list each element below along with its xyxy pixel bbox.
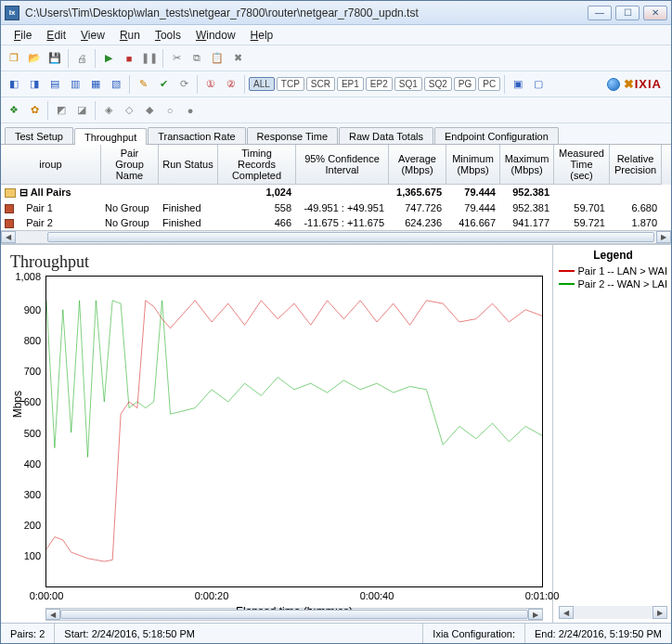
filter-pg[interactable]: PG: [454, 77, 476, 91]
col-prec[interactable]: Relative Precision: [610, 145, 662, 185]
menu-file[interactable]: File: [6, 27, 39, 44]
y-tick: 700: [11, 366, 41, 377]
legend-label: Pair 1 -- LAN > WAI: [578, 265, 667, 277]
tab-response-time[interactable]: Response Time: [247, 127, 338, 144]
run-icon[interactable]: ▶: [99, 49, 118, 68]
menu-edit[interactable]: Edit: [39, 27, 73, 44]
scroll-right-icon[interactable]: ▶: [656, 231, 671, 243]
tb2-icon-12[interactable]: ▣: [509, 75, 527, 94]
info-icon[interactable]: [607, 78, 620, 91]
legend-swatch: [559, 283, 575, 285]
new-icon[interactable]: ❐: [5, 49, 23, 68]
folder-icon: [5, 188, 16, 198]
tb2-icon-3[interactable]: ▤: [45, 75, 64, 94]
tab-test-setup[interactable]: Test Setup: [5, 127, 73, 144]
y-tick: 900: [11, 304, 41, 316]
grid-hscrollbar[interactable]: ◀ ▶: [1, 230, 671, 243]
copy-icon[interactable]: ⧉: [187, 49, 206, 68]
tb3-icon-5[interactable]: ◈: [99, 101, 118, 120]
tab-throughput[interactable]: Throughput: [74, 128, 147, 145]
menu-view[interactable]: View: [73, 27, 112, 44]
filter-scr[interactable]: SCR: [306, 77, 335, 91]
brand-logo: ✖IXIA: [624, 77, 662, 91]
tb2-icon-5[interactable]: ▦: [86, 75, 105, 94]
delete-icon[interactable]: ✖: [228, 49, 247, 68]
chart-scroll-thumb[interactable]: [60, 610, 528, 619]
minimize-button[interactable]: —: [588, 6, 612, 20]
table-row[interactable]: ⊟ All Pairs1,0241,365.67579.444952.381: [1, 185, 671, 200]
tb3-icon-3[interactable]: ◩: [52, 101, 71, 120]
print-icon[interactable]: 🖨: [72, 49, 91, 68]
tb2-icon-2[interactable]: ◨: [25, 75, 44, 94]
maximize-button[interactable]: ☐: [615, 6, 640, 20]
menu-run[interactable]: Run: [112, 27, 148, 44]
scroll-left-icon[interactable]: ◀: [1, 231, 16, 243]
tb2-icon-13[interactable]: ▢: [529, 75, 548, 94]
tb3-icon-2[interactable]: ✿: [25, 101, 44, 120]
col-ci[interactable]: 95% Confidence Interval: [296, 145, 389, 185]
tab-raw-data-totals[interactable]: Raw Data Totals: [339, 127, 433, 144]
stop-icon[interactable]: ■: [120, 49, 138, 68]
table-row[interactable]: Pair 1No GroupFinished558-49.951 : +49.9…: [1, 200, 671, 215]
tb3-icon-8[interactable]: ○: [161, 101, 179, 120]
scroll-thumb[interactable]: [47, 232, 654, 242]
legend-scroll-right-icon[interactable]: ▶: [653, 606, 667, 619]
legend-item[interactable]: Pair 1 -- LAN > WAI: [559, 265, 667, 277]
col-records[interactable]: Timing Records Completed: [218, 145, 296, 185]
y-tick: 1,008: [11, 271, 41, 282]
save-icon[interactable]: 💾: [45, 49, 64, 68]
table-row[interactable]: Pair 2No GroupFinished466-11.675 : +11.6…: [1, 215, 671, 230]
chart-svg: [46, 277, 542, 586]
legend-item[interactable]: Pair 2 -- WAN > LAI: [559, 278, 667, 290]
col-time[interactable]: Measured Time (sec): [554, 145, 610, 185]
tb2-icon-1[interactable]: ◧: [5, 75, 23, 94]
toolbar-filter: ◧ ◨ ▤ ▥ ▦ ▧ ✎ ✔ ⟳ ① ② ALL TCP SCR EP1 EP…: [1, 71, 671, 97]
pair-icon: [5, 204, 14, 213]
col-pairgroup[interactable]: Pair Group Name: [101, 145, 159, 185]
menu-window[interactable]: Window: [188, 27, 243, 44]
filter-all[interactable]: ALL: [249, 77, 275, 91]
tb3-icon-1[interactable]: ❖: [5, 101, 23, 120]
filter-ep1[interactable]: EP1: [337, 77, 364, 91]
col-avg[interactable]: Average (Mbps): [389, 145, 446, 185]
menu-help[interactable]: Help: [243, 27, 281, 44]
chart-scroll-left-icon[interactable]: ◀: [45, 609, 60, 620]
y-tick: 600: [11, 396, 41, 407]
filter-tcp[interactable]: TCP: [277, 77, 304, 91]
chart-scroll-right-icon[interactable]: ▶: [528, 609, 543, 620]
filter-ep2[interactable]: EP2: [366, 77, 393, 91]
cut-icon[interactable]: ✂: [167, 49, 186, 68]
filter-sq2[interactable]: SQ2: [424, 77, 452, 91]
col-min[interactable]: Minimum (Mbps): [446, 145, 500, 185]
legend-hscrollbar[interactable]: ◀ ▶: [559, 606, 667, 619]
tb2-icon-4[interactable]: ▥: [66, 75, 84, 94]
tb2-icon-6[interactable]: ▧: [107, 75, 125, 94]
filter-pc[interactable]: PC: [478, 77, 500, 91]
filter-sq1[interactable]: SQ1: [394, 77, 422, 91]
col-group[interactable]: iroup: [1, 145, 101, 185]
tb2-icon-11[interactable]: ②: [222, 75, 240, 94]
menu-tools[interactable]: Tools: [148, 27, 188, 44]
col-max[interactable]: Maximum (Mbps): [500, 145, 554, 185]
legend-scroll-left-icon[interactable]: ◀: [559, 606, 574, 619]
toolbar-main: ❐ 📂 💾 🖨 ▶ ■ ❚❚ ✂ ⧉ 📋 ✖: [1, 45, 671, 71]
tb2-icon-9[interactable]: ⟳: [174, 75, 193, 94]
chart-plot[interactable]: Mbps Elapsed time (h:mm:ss) 100200300400…: [45, 276, 543, 587]
paste-icon[interactable]: 📋: [208, 49, 226, 68]
tb3-icon-6[interactable]: ◇: [120, 101, 138, 120]
tb3-icon-9[interactable]: ●: [181, 101, 200, 120]
col-runstatus[interactable]: Run Status: [159, 145, 218, 185]
open-icon[interactable]: 📂: [25, 49, 44, 68]
tb2-icon-8[interactable]: ✔: [154, 75, 173, 94]
titlebar: Ix C:\Users\Tim\Desktop\wlan_tests\netge…: [1, 1, 671, 25]
chart-hscrollbar[interactable]: ◀ ▶: [45, 608, 543, 621]
tb2-icon-7[interactable]: ✎: [134, 75, 152, 94]
tb3-icon-4[interactable]: ◪: [72, 101, 91, 120]
pause-icon[interactable]: ❚❚: [140, 49, 159, 68]
tab-transaction-rate[interactable]: Transaction Rate: [148, 127, 245, 144]
tab-endpoint-config[interactable]: Endpoint Configuration: [434, 127, 559, 144]
x-tick: 0:00:40: [360, 590, 394, 601]
close-button[interactable]: ✕: [643, 6, 667, 20]
tb2-icon-10[interactable]: ①: [201, 75, 220, 94]
tb3-icon-7[interactable]: ◆: [140, 101, 159, 120]
